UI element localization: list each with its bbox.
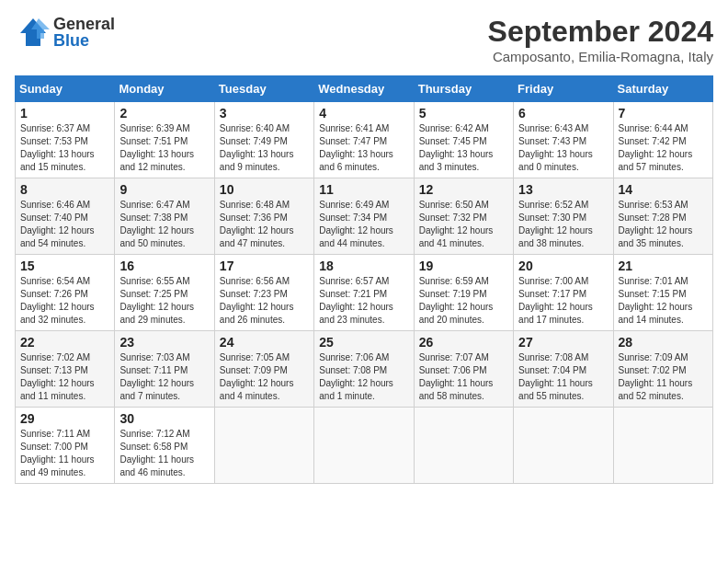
day-number: 8 bbox=[20, 182, 109, 197]
sunset-text: Sunset: 7:13 PM bbox=[20, 365, 88, 375]
sunrise-text: Sunrise: 6:59 AM bbox=[419, 276, 489, 286]
weekday-header-saturday: Saturday bbox=[613, 76, 712, 102]
day-number: 25 bbox=[319, 335, 408, 350]
calendar-week-3: 15 Sunrise: 6:54 AM Sunset: 7:26 PM Dayl… bbox=[16, 255, 713, 331]
sunrise-text: Sunrise: 6:42 AM bbox=[419, 123, 489, 133]
calendar-cell: 2 Sunrise: 6:39 AM Sunset: 7:51 PM Dayli… bbox=[115, 102, 214, 178]
day-number: 22 bbox=[20, 335, 109, 350]
sunrise-text: Sunrise: 7:00 AM bbox=[518, 276, 588, 286]
sunrise-text: Sunrise: 7:12 AM bbox=[119, 429, 189, 439]
daylight-text: Daylight: 12 hours and 11 minutes. bbox=[20, 378, 95, 401]
sunrise-text: Sunrise: 6:55 AM bbox=[119, 276, 189, 286]
daylight-text: Daylight: 12 hours and 35 minutes. bbox=[619, 225, 693, 248]
sunrise-text: Sunrise: 6:54 AM bbox=[20, 276, 90, 286]
day-number: 18 bbox=[319, 259, 408, 273]
day-number: 26 bbox=[419, 335, 508, 350]
sunset-text: Sunset: 7:42 PM bbox=[619, 136, 687, 146]
day-number: 28 bbox=[619, 335, 708, 350]
day-number: 20 bbox=[518, 259, 608, 273]
sunrise-text: Sunrise: 7:02 AM bbox=[20, 352, 90, 362]
calendar-cell: 27 Sunrise: 7:08 AM Sunset: 7:04 PM Dayl… bbox=[514, 331, 613, 408]
sunrise-text: Sunrise: 7:11 AM bbox=[20, 429, 90, 439]
day-number: 21 bbox=[619, 259, 708, 273]
daylight-text: Daylight: 12 hours and 7 minutes. bbox=[119, 378, 194, 401]
calendar-week-2: 8 Sunrise: 6:46 AM Sunset: 7:40 PM Dayli… bbox=[16, 178, 713, 255]
sunset-text: Sunset: 6:58 PM bbox=[119, 442, 188, 452]
sunrise-text: Sunrise: 7:06 AM bbox=[319, 352, 389, 362]
day-number: 30 bbox=[119, 411, 209, 426]
daylight-text: Daylight: 11 hours and 55 minutes. bbox=[518, 378, 593, 401]
day-number: 27 bbox=[518, 335, 608, 350]
calendar-cell: 1 Sunrise: 6:37 AM Sunset: 7:53 PM Dayli… bbox=[16, 102, 115, 178]
calendar-cell bbox=[314, 408, 414, 484]
daylight-text: Daylight: 12 hours and 32 minutes. bbox=[20, 302, 95, 325]
logo-icon bbox=[15, 15, 50, 50]
sunrise-text: Sunrise: 6:44 AM bbox=[619, 123, 688, 133]
calendar-week-1: 1 Sunrise: 6:37 AM Sunset: 7:53 PM Dayli… bbox=[16, 102, 713, 178]
day-number: 7 bbox=[619, 106, 708, 121]
sunrise-text: Sunrise: 6:48 AM bbox=[220, 200, 290, 210]
day-number: 12 bbox=[419, 182, 508, 197]
calendar-cell: 25 Sunrise: 7:06 AM Sunset: 7:08 PM Dayl… bbox=[314, 331, 414, 408]
daylight-text: Daylight: 12 hours and 1 minute. bbox=[319, 378, 393, 401]
daylight-text: Daylight: 12 hours and 47 minutes. bbox=[220, 225, 294, 248]
calendar-cell: 13 Sunrise: 6:52 AM Sunset: 7:30 PM Dayl… bbox=[514, 178, 613, 255]
sunset-text: Sunset: 7:32 PM bbox=[419, 213, 487, 223]
sunrise-text: Sunrise: 6:56 AM bbox=[220, 276, 290, 286]
weekday-header-thursday: Thursday bbox=[414, 76, 513, 102]
calendar-cell: 11 Sunrise: 6:49 AM Sunset: 7:34 PM Dayl… bbox=[314, 178, 414, 255]
sunrise-text: Sunrise: 7:09 AM bbox=[619, 352, 688, 362]
day-number: 24 bbox=[220, 335, 309, 350]
daylight-text: Daylight: 12 hours and 54 minutes. bbox=[20, 225, 95, 248]
calendar-cell: 26 Sunrise: 7:07 AM Sunset: 7:06 PM Dayl… bbox=[414, 331, 513, 408]
daylight-text: Daylight: 12 hours and 50 minutes. bbox=[119, 225, 194, 248]
daylight-text: Daylight: 12 hours and 17 minutes. bbox=[518, 302, 593, 325]
day-number: 16 bbox=[119, 259, 209, 273]
sunset-text: Sunset: 7:25 PM bbox=[119, 289, 188, 299]
day-number: 29 bbox=[20, 411, 109, 426]
calendar-week-4: 22 Sunrise: 7:02 AM Sunset: 7:13 PM Dayl… bbox=[16, 331, 713, 408]
daylight-text: Daylight: 12 hours and 14 minutes. bbox=[619, 302, 693, 325]
sunrise-text: Sunrise: 6:57 AM bbox=[319, 276, 389, 286]
sunset-text: Sunset: 7:28 PM bbox=[619, 213, 687, 223]
day-number: 4 bbox=[319, 106, 408, 121]
sunset-text: Sunset: 7:47 PM bbox=[319, 136, 387, 146]
daylight-text: Daylight: 13 hours and 12 minutes. bbox=[119, 149, 194, 172]
sunset-text: Sunset: 7:49 PM bbox=[220, 136, 288, 146]
sunset-text: Sunset: 7:38 PM bbox=[119, 213, 188, 223]
day-number: 23 bbox=[119, 335, 209, 350]
day-number: 15 bbox=[20, 259, 109, 273]
calendar-cell: 6 Sunrise: 6:43 AM Sunset: 7:43 PM Dayli… bbox=[514, 102, 613, 178]
daylight-text: Daylight: 13 hours and 15 minutes. bbox=[20, 149, 95, 172]
day-number: 17 bbox=[220, 259, 309, 273]
subtitle: Camposanto, Emilia-Romagna, Italy bbox=[488, 49, 713, 64]
sunset-text: Sunset: 7:04 PM bbox=[518, 365, 586, 375]
sunset-text: Sunset: 7:53 PM bbox=[20, 136, 88, 146]
sunrise-text: Sunrise: 6:43 AM bbox=[518, 123, 588, 133]
daylight-text: Daylight: 12 hours and 23 minutes. bbox=[319, 302, 393, 325]
calendar-cell: 17 Sunrise: 6:56 AM Sunset: 7:23 PM Dayl… bbox=[214, 255, 313, 331]
sunset-text: Sunset: 7:30 PM bbox=[518, 213, 586, 223]
calendar-cell: 22 Sunrise: 7:02 AM Sunset: 7:13 PM Dayl… bbox=[16, 331, 115, 408]
sunrise-text: Sunrise: 6:39 AM bbox=[119, 123, 189, 133]
daylight-text: Daylight: 12 hours and 41 minutes. bbox=[419, 225, 494, 248]
sunset-text: Sunset: 7:34 PM bbox=[319, 213, 387, 223]
sunrise-text: Sunrise: 6:52 AM bbox=[518, 200, 588, 210]
logo-blue-text: Blue bbox=[53, 32, 115, 49]
weekday-header-friday: Friday bbox=[514, 76, 613, 102]
sunset-text: Sunset: 7:00 PM bbox=[20, 442, 88, 452]
calendar-cell: 12 Sunrise: 6:50 AM Sunset: 7:32 PM Dayl… bbox=[414, 178, 513, 255]
daylight-text: Daylight: 12 hours and 44 minutes. bbox=[319, 225, 393, 248]
day-number: 2 bbox=[119, 106, 209, 121]
sunset-text: Sunset: 7:15 PM bbox=[619, 289, 687, 299]
calendar-cell: 28 Sunrise: 7:09 AM Sunset: 7:02 PM Dayl… bbox=[613, 331, 712, 408]
calendar-cell bbox=[414, 408, 513, 484]
calendar-cell bbox=[613, 408, 712, 484]
day-number: 1 bbox=[20, 106, 109, 121]
calendar-cell: 18 Sunrise: 6:57 AM Sunset: 7:21 PM Dayl… bbox=[314, 255, 414, 331]
sunset-text: Sunset: 7:11 PM bbox=[119, 365, 188, 375]
calendar-cell: 10 Sunrise: 6:48 AM Sunset: 7:36 PM Dayl… bbox=[214, 178, 313, 255]
sunset-text: Sunset: 7:45 PM bbox=[419, 136, 487, 146]
sunrise-text: Sunrise: 7:08 AM bbox=[518, 352, 588, 362]
sunset-text: Sunset: 7:51 PM bbox=[119, 136, 188, 146]
